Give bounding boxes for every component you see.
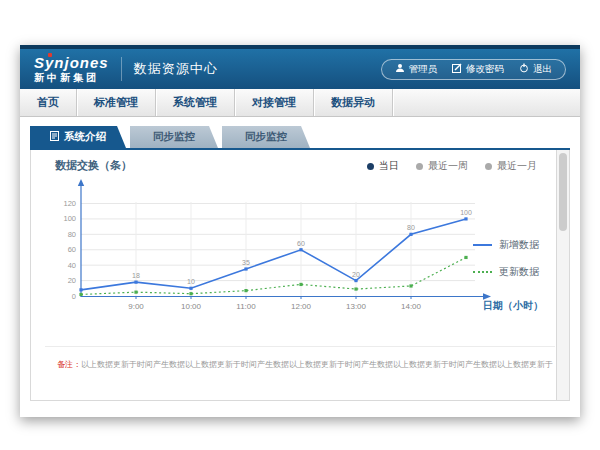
header: Synjones 新中新集团 数据资源中心 管理员 修改密码 <box>20 49 580 89</box>
time-range-filter: 当日 最近一周 最近一月 <box>367 159 537 173</box>
logout-label: 退出 <box>533 63 552 76</box>
line-chart-svg: 0204060801001209:0010:0011:0012:0013:001… <box>47 176 507 336</box>
company-logo: Synjones 新中新集团 <box>34 55 109 83</box>
change-password-label: 修改密码 <box>466 63 504 76</box>
radio-label: 最近一月 <box>497 159 537 173</box>
svg-text:12:00: 12:00 <box>291 302 312 311</box>
svg-text:80: 80 <box>407 224 415 231</box>
radio-dot <box>367 163 374 170</box>
radio-today[interactable]: 当日 <box>367 159 399 173</box>
legend-label: 新增数据 <box>499 238 539 252</box>
chart-section: 数据交换（条） 当日 最近一周 最近一月 0204060801001209:00… <box>31 150 569 346</box>
svg-text:40: 40 <box>68 261 76 270</box>
tab-label: 系统介绍 <box>64 130 106 144</box>
svg-text:100: 100 <box>63 214 76 223</box>
tab-label: 同步监控 <box>153 130 195 144</box>
user-menu[interactable]: 管理员 <box>395 63 438 76</box>
header-divider <box>121 57 122 81</box>
power-icon <box>519 63 529 75</box>
solid-line-swatch <box>473 244 492 246</box>
svg-text:10:00: 10:00 <box>181 302 202 311</box>
edit-icon <box>452 63 462 75</box>
main-nav: 首页 标准管理 系统管理 对接管理 数据异动 <box>20 89 580 117</box>
svg-text:35: 35 <box>242 259 250 266</box>
svg-text:14:00: 14:00 <box>401 302 422 311</box>
radio-label: 当日 <box>379 159 399 173</box>
note-label: 备注： <box>57 360 81 369</box>
svg-text:60: 60 <box>297 240 305 247</box>
logo-text-en: Synjones <box>34 55 109 70</box>
nav-item-system-mgmt[interactable]: 系统管理 <box>156 89 235 116</box>
svg-text:9:00: 9:00 <box>128 302 144 311</box>
svg-text:60: 60 <box>68 245 76 254</box>
legend-item-updated-data[interactable]: 更新数据 <box>473 265 539 279</box>
logout-button[interactable]: 退出 <box>519 63 552 76</box>
note-row: 备注：以上数据更新于时间产生数据以上数据更新于时间产生数据以上数据更新于时间产生… <box>31 347 569 370</box>
radio-last-week[interactable]: 最近一周 <box>416 159 468 173</box>
radio-label: 最近一周 <box>428 159 468 173</box>
svg-text:11:00: 11:00 <box>236 302 256 311</box>
chart-legend: 新增数据 更新数据 <box>473 238 539 279</box>
tab-system-intro[interactable]: 系统介绍 <box>30 126 126 148</box>
tab-strip: 系统介绍 同步监控 同步监控 <box>30 126 570 150</box>
svg-text:20: 20 <box>352 271 360 278</box>
legend-item-new-data[interactable]: 新增数据 <box>473 238 539 252</box>
radio-dot <box>485 163 492 170</box>
radio-last-month[interactable]: 最近一月 <box>485 159 537 173</box>
svg-text:20: 20 <box>68 276 76 285</box>
tab-sync-monitor-2[interactable]: 同步监控 <box>222 126 310 148</box>
radio-dot <box>416 163 423 170</box>
tab-sync-monitor-1[interactable]: 同步监控 <box>130 126 218 148</box>
svg-text:120: 120 <box>63 199 76 208</box>
note-text: 以上数据更新于时间产生数据以上数据更新于时间产生数据以上数据更新于时间产生数据以… <box>81 360 553 369</box>
content-panel: 数据交换（条） 当日 最近一周 最近一月 0204060801001209:00… <box>30 150 570 401</box>
legend-label: 更新数据 <box>499 265 539 279</box>
svg-text:0: 0 <box>72 292 76 301</box>
nav-item-standard-mgmt[interactable]: 标准管理 <box>77 89 156 116</box>
svg-text:100: 100 <box>460 209 472 216</box>
user-label: 管理员 <box>409 63 438 76</box>
page: { "header": { "logo_primary": "Synjones"… <box>0 0 600 450</box>
panel-scrollbar[interactable] <box>556 150 569 400</box>
user-toolbar: 管理员 修改密码 退出 <box>381 59 567 80</box>
svg-text:10: 10 <box>187 278 195 285</box>
change-password-button[interactable]: 修改密码 <box>452 63 504 76</box>
y-axis-title: 数据交换（条） <box>55 158 132 173</box>
svg-text:18: 18 <box>132 272 140 279</box>
logo-red-accent <box>48 53 52 57</box>
nav-item-home[interactable]: 首页 <box>20 89 77 116</box>
app-title: 数据资源中心 <box>134 60 218 78</box>
x-axis-title: 日期（小时） <box>483 299 543 313</box>
tab-label: 同步监控 <box>245 130 287 144</box>
scrollbar-thumb[interactable] <box>559 153 567 231</box>
document-icon <box>50 131 59 143</box>
dotted-line-swatch <box>473 271 492 273</box>
svg-text:13:00: 13:00 <box>346 302 367 311</box>
svg-text:80: 80 <box>68 230 76 239</box>
logo-text-cn: 新中新集团 <box>34 73 109 83</box>
nav-item-interface-mgmt[interactable]: 对接管理 <box>235 89 314 116</box>
nav-item-data-change[interactable]: 数据异动 <box>314 89 393 116</box>
user-icon <box>395 63 405 75</box>
app-window: Synjones 新中新集团 数据资源中心 管理员 修改密码 <box>20 45 580 417</box>
